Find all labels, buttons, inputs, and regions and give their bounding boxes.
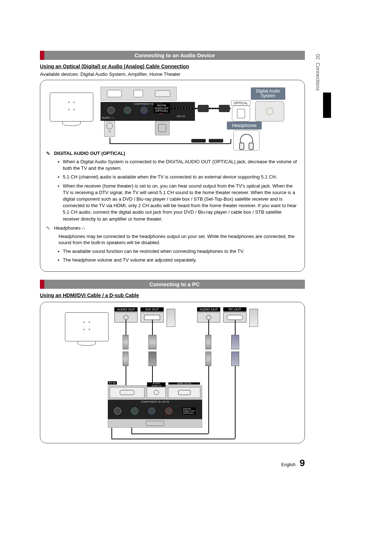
cable-icon [235,320,236,335]
tv-icon [65,312,109,341]
cable-icon [152,320,153,335]
note-digital-audio-out: ✎ DIGITAL AUDIO OUT (OPTICAL) [46,151,299,156]
note1-bullets: When a Digital Audio System is connected… [63,159,299,222]
digital-audio-system-label: Digital Audio System [251,87,285,100]
chapter-title: Connections [315,62,321,91]
available-devices: Available devices: Digital Audio System,… [40,71,305,77]
section-header-audio: Connecting to an Audio Device [40,51,305,60]
pc-source-dvi: AUDIO OUT DVI OUT [114,307,175,327]
headphones-label: Headphones [227,122,262,130]
vga-plug-icon [231,352,239,366]
tv-icon [50,93,93,122]
pc-in-label: PC IN [108,381,117,385]
audio-plug-icon [191,139,206,143]
bullet-item: When a Digital Audio System is connected… [63,159,299,172]
headphone-icon [240,134,253,147]
subheading-optical-analog: Using an Optical (Digital) or Audio (Ana… [40,63,305,69]
chapter-number: 02 [315,54,321,60]
section-header-pc: Connecting to a PC [40,280,305,289]
optical-port-icon [146,421,164,426]
pc-source-vga: AUDIO OUT PC OUT [197,307,258,327]
footer-language: English [281,462,295,467]
tv-stand-icon [78,341,96,346]
audio-plug-icon [123,352,128,366]
audio-l-label: AUDIO – L [102,116,114,119]
component-av-strip: COMPONENT IN / AV IN [101,102,195,121]
optical-plug-icon [219,105,230,112]
component-jack-icon [131,407,138,415]
vga-port-icon [107,90,122,97]
optical-port-icon [155,121,170,135]
page-footer: English 9 [281,457,305,469]
headphone-cable-icon [230,139,231,143]
note-headphones-body: Headphones may be connected to the headp… [58,233,299,246]
bullet-item: The available sound function can be rest… [63,248,299,255]
audio-plug-icon [209,139,223,143]
pc-out-label: PC OUT [223,307,246,312]
cable-icon [208,366,209,434]
dvi-out-label: DVI OUT [140,307,164,312]
audio-plug-icon [205,335,211,349]
pc-tower-icon [167,309,175,327]
component-jack-icon [114,407,121,415]
note-headphones: ✎ Headphones ∩ [46,225,299,231]
optical-plug-icon [198,105,209,112]
audio-jack-icon [134,90,143,97]
ant-in-label: ANT IN [177,115,185,118]
audio-system-box-icon [255,101,284,122]
bullet-item: 5.1 CH (channel) audio is available when… [63,174,299,180]
audio-out-label: AUDIO OUT [114,307,138,312]
hdmi-dvi-in-label: HDMI / DVI IN [168,382,200,385]
note-icon: ✎ [46,151,53,156]
component-in-label: COMPONENT IN / AV IN [108,400,202,403]
hdmi-port-icon [155,90,170,97]
audio-out-label: AUDIO OUT [197,307,220,312]
optical-label: OPTICAL [231,100,250,106]
dvi-plug-icon [148,335,156,349]
cable-icon [126,320,126,335]
component-jack-icon [124,107,131,114]
bullet-item: When the receiver (home theater) is set … [63,183,299,222]
tv-port-panel-top [101,87,177,100]
headphone-cable-icon [110,137,110,143]
component-jack-icon [148,407,155,415]
note2-bullets: The available sound function can be rest… [63,248,299,263]
audio-system-device-icon [232,106,250,122]
cable-icon [235,366,236,439]
tv-stand-icon [62,122,81,126]
note-icon: ✎ [46,225,53,231]
bullet-item: The headphone volume and TV volume are a… [63,257,299,263]
cable-icon [208,320,209,335]
component-jack-icon [107,107,115,114]
audio-plug-icon [123,335,128,349]
digital-audio-out-label: DIGITAL AUDIO OUT (OPTICAL) [182,407,196,415]
cable-icon [111,439,235,439]
component-jack-icon [165,407,172,415]
pc-dvi-audio-in-label: PC/DVI AUDIO IN [147,382,166,387]
headphones-device-icon [233,130,260,151]
headphone-cable-icon [110,143,231,144]
tv-back-panel: PC IN PC/DVI AUDIO IN HDMI / DVI IN COMP… [108,381,202,428]
cable-icon [131,434,208,434]
section-tab: 02 Connections [315,53,323,118]
audio-plug-icon [205,352,211,366]
audio-connection-diagram: COMPONENT IN / AV IN ANT IN AUDIO – L DI… [40,80,305,272]
pc-tower-icon [249,309,258,327]
subheading-hdmi-dvi-dsub: Using an HDMI/DVI Cable / a D-sub Cable [40,292,305,298]
hdmi-plug-icon [148,352,156,366]
page-content: Connecting to an Audio Device Using an O… [40,51,305,443]
component-jack-icon [140,107,148,114]
vga-plug-icon [231,335,239,349]
pc-in-port-icon [110,387,144,398]
digital-audio-out-label: DIGITAL AUDIO OUT (OPTICAL) [154,103,170,113]
hdmi-dvi-in-port-icon: HDMI / DVI IN [168,387,200,398]
headphone-jack-icon: ∩ [104,121,115,137]
thumb-index-black [323,93,331,118]
pc-dvi-audio-in-port-icon: PC/DVI AUDIO IN [147,387,166,398]
component-in-label: COMPONENT IN / AV IN [101,103,195,105]
pc-connection-diagram: AUDIO OUT DVI OUT AUDIO OUT PC OUT [40,302,305,443]
page-number: 9 [300,457,305,468]
